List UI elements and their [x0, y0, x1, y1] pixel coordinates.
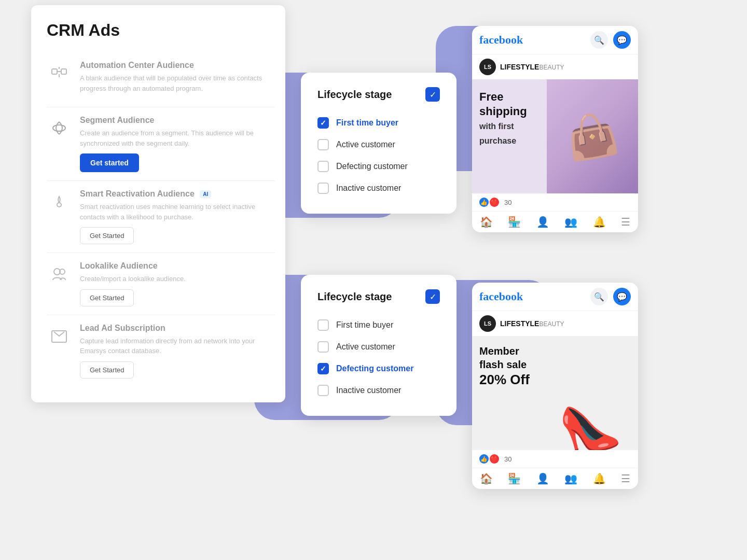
automation-name: Automation Center Audience — [80, 61, 275, 70]
lifecycle-option-ftb-bottom[interactable]: First time buyer — [317, 314, 440, 336]
fb-nav-store-top[interactable]: 🏪 — [508, 216, 521, 228]
lifecycle-label-ftb-top: First time buyer — [336, 118, 398, 128]
lifecycle-check-icon-top: ✓ — [425, 87, 440, 102]
smart-icon — [47, 189, 72, 214]
smart-get-started-button[interactable]: Get Started — [80, 227, 134, 244]
checkbox-ac-top[interactable] — [317, 139, 329, 150]
checkbox-ftb-top[interactable]: ✓ — [317, 117, 329, 129]
bag-icon: 👜 — [563, 108, 622, 165]
lifecycle-label-ic-top: Inactive customer — [336, 184, 401, 193]
lifecycle-option-ic-bottom[interactable]: Inactive customer — [317, 380, 440, 401]
react-icons-top: 👍 ❤️ — [479, 198, 499, 207]
fb-brand-bottom: LS LIFESTYLEBEAUTY — [472, 311, 638, 336]
checkbox-dc-bottom[interactable]: ✓ — [317, 363, 329, 374]
fb-card-top: facebook 🔍 💬 LS LIFESTYLEBEAUTY Freeship… — [472, 26, 638, 232]
lead-name: Lead Ad Subscription — [80, 324, 275, 333]
lookalike-get-started-button[interactable]: Get Started — [80, 289, 134, 306]
fb-header-bottom: facebook 🔍 💬 — [472, 283, 638, 311]
fb-brand-logo-bottom: LS — [479, 315, 496, 332]
fb-search-button-top[interactable]: 🔍 — [590, 31, 608, 49]
lifecycle-label-ic-bottom: Inactive customer — [336, 386, 401, 395]
audience-card-automation: Automation Center Audience A blank audie… — [47, 52, 275, 107]
audience-card-lookalike: Lookalike Audience Create/import a looka… — [47, 253, 275, 315]
fb-nav-bell-bottom[interactable]: 🔔 — [593, 472, 606, 485]
fb-ad-text-bottom: Memberflash sale20% Off — [479, 344, 530, 389]
segment-name: Segment Audience — [80, 116, 275, 125]
fb-ad-bag: 👜 — [547, 79, 638, 193]
automation-info: Automation Center Audience A blank audie… — [80, 61, 275, 99]
crm-title: CRM Ads — [47, 21, 275, 40]
checkbox-ic-top[interactable] — [317, 183, 329, 194]
lead-icon — [47, 324, 72, 348]
like-icon-bottom: 👍 — [479, 454, 489, 464]
like-count-top: 30 — [504, 199, 511, 206]
fb-ad-shoe: 👠 — [538, 336, 638, 450]
lifecycle-option-dc-bottom[interactable]: ✓ Defecting customer — [317, 358, 440, 380]
fb-nav-menu-bottom[interactable]: ☰ — [621, 472, 630, 485]
fb-brand-logo-top: LS — [479, 59, 496, 75]
lead-desc: Capture lead information directly from a… — [80, 336, 275, 356]
audience-card-lead: Lead Ad Subscription Capture lead inform… — [47, 315, 275, 387]
svg-rect-1 — [61, 69, 66, 74]
automation-icon — [47, 61, 72, 86]
checkbox-dc-top[interactable] — [317, 161, 329, 172]
segment-desc: Create an audience from a segment. This … — [80, 128, 275, 148]
lifecycle-option-ac-top[interactable]: Active customer — [317, 134, 440, 156]
lifecycle-label-ac-top: Active customer — [336, 140, 395, 149]
fb-nav-menu-top[interactable]: ☰ — [621, 216, 630, 228]
like-count-bottom: 30 — [504, 455, 511, 463]
segment-get-started-button[interactable]: Get started — [80, 153, 139, 172]
heart-icon-top: ❤️ — [490, 198, 499, 207]
fb-nav-home-bottom[interactable]: 🏠 — [480, 472, 493, 485]
smart-name: Smart Reactivation Audience AI — [80, 189, 275, 199]
audience-card-smart: Smart Reactivation Audience AI Smart rea… — [47, 181, 275, 253]
fb-ad-text-top: Freeshippingwith firstpurchase — [479, 90, 527, 147]
lifecycle-option-dc-top[interactable]: Defecting customer — [317, 156, 440, 177]
fb-header-top: facebook 🔍 💬 — [472, 26, 638, 54]
lifecycle-label-ftb-bottom: First time buyer — [336, 320, 393, 330]
lifecycle-label-dc-bottom: Defecting customer — [336, 364, 413, 373]
lifecycle-title-top: Lifecycle stage — [317, 89, 392, 101]
smart-info: Smart Reactivation Audience AI Smart rea… — [80, 189, 275, 244]
lifecycle-option-ac-bottom[interactable]: Active customer — [317, 336, 440, 358]
fb-search-button-bottom[interactable]: 🔍 — [590, 288, 608, 305]
lead-info: Lead Ad Subscription Capture lead inform… — [80, 324, 275, 379]
fb-nav-groups-top[interactable]: 👥 — [564, 216, 577, 228]
fb-ad-image-bottom: Memberflash sale20% Off 👠 — [472, 336, 638, 450]
fb-logo-bottom: facebook — [479, 290, 523, 303]
fb-nav-groups-bottom[interactable]: 👥 — [564, 472, 577, 485]
fb-nav-profile-bottom[interactable]: 👤 — [536, 472, 549, 485]
fb-brand-top: LS LIFESTYLEBEAUTY — [472, 54, 638, 79]
lifecycle-label-dc-top: Defecting customer — [336, 162, 408, 171]
automation-desc: A blank audience that will be populated … — [80, 73, 275, 93]
fb-brand-name-top: LIFESTYLEBEAUTY — [500, 62, 564, 72]
checkbox-ac-bottom[interactable] — [317, 341, 329, 353]
lifecycle-header-bottom: Lifecycle stage ✓ — [317, 289, 440, 304]
lifecycle-option-ftb-top[interactable]: ✓ First time buyer — [317, 112, 440, 134]
lifecycle-label-ac-bottom: Active customer — [336, 342, 395, 352]
fb-ad-image-top: Freeshippingwith firstpurchase 👜 — [472, 79, 638, 193]
heart-icon-bottom: ❤️ — [490, 454, 499, 464]
react-icons-bottom: 👍 ❤️ — [479, 454, 499, 464]
fb-nav-profile-top[interactable]: 👤 — [536, 216, 549, 228]
checkbox-ftb-bottom[interactable] — [317, 319, 329, 331]
lifecycle-check-icon-bottom: ✓ — [425, 289, 440, 304]
lookalike-desc: Create/import a lookalike audience. — [80, 274, 275, 284]
lifecycle-card-top: Lifecycle stage ✓ ✓ First time buyer Act… — [301, 73, 457, 214]
fb-nav-bell-top[interactable]: 🔔 — [593, 216, 606, 228]
fb-nav-home-top[interactable]: 🏠 — [480, 216, 493, 228]
lookalike-name: Lookalike Audience — [80, 261, 275, 271]
segment-info: Segment Audience Create an audience from… — [80, 116, 275, 172]
segment-icon — [47, 116, 72, 141]
lead-get-started-button[interactable]: Get Started — [80, 361, 134, 379]
fb-messenger-button-top[interactable]: 💬 — [613, 31, 631, 49]
svg-rect-0 — [52, 69, 57, 74]
fb-nav-store-bottom[interactable]: 🏪 — [508, 472, 521, 485]
checkbox-ic-bottom[interactable] — [317, 385, 329, 396]
fb-card-bottom: facebook 🔍 💬 LS LIFESTYLEBEAUTY Memberfl… — [472, 283, 638, 489]
fb-nav-top: 🏠 🏪 👤 👥 🔔 ☰ — [472, 212, 638, 232]
fb-engagement-top: 👍 ❤️ 30 — [472, 193, 638, 212]
fb-messenger-button-bottom[interactable]: 💬 — [613, 288, 631, 305]
lookalike-icon — [47, 261, 72, 286]
lifecycle-option-ic-top[interactable]: Inactive customer — [317, 177, 440, 199]
